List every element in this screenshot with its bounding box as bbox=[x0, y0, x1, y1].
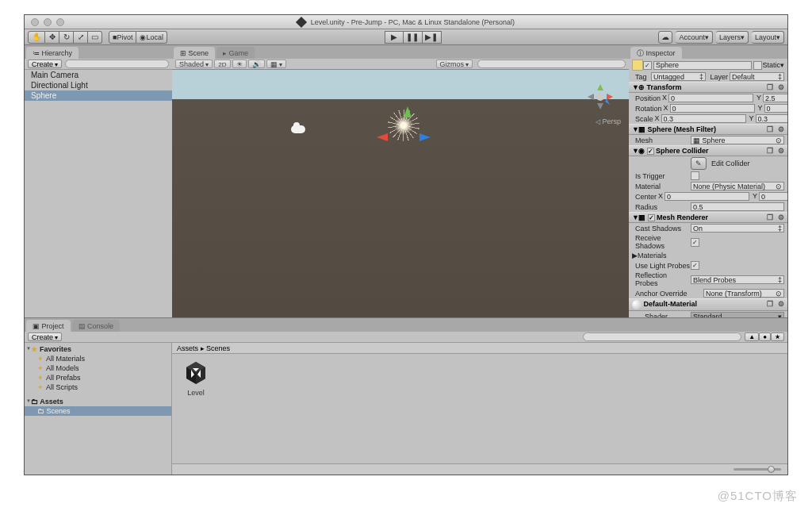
renderer-header[interactable]: ▼▦ ✓ Mesh Renderer❐⚙ bbox=[629, 212, 787, 223]
gameobject-active-checkbox[interactable]: ✓ bbox=[643, 61, 652, 70]
svg-text:x: x bbox=[612, 92, 615, 100]
pivot-button[interactable]: ■ Pivot bbox=[109, 31, 136, 44]
help-icon[interactable]: ❐ bbox=[767, 213, 773, 221]
edit-collider-button[interactable]: ✎ bbox=[691, 157, 707, 170]
tree-item-selected[interactable]: 🗀 Scenes bbox=[25, 406, 171, 416]
assets-grid[interactable]: Level bbox=[172, 354, 787, 463]
gear-icon[interactable]: ⚙ bbox=[778, 300, 784, 308]
tree-item[interactable]: ✦All Prefabs bbox=[25, 373, 171, 382]
hierarchy-item-selected[interactable]: Sphere bbox=[25, 90, 172, 101]
collider-enable-checkbox[interactable]: ✓ bbox=[647, 148, 654, 155]
rotate-icon: ↻ bbox=[63, 33, 70, 41]
cloud-button[interactable]: ☁ bbox=[658, 31, 672, 44]
rotate-tool-button[interactable]: ↻ bbox=[59, 31, 74, 44]
tab-inspector[interactable]: ⓘ Inspector bbox=[630, 47, 682, 59]
mode-2d-button[interactable]: 2D bbox=[214, 60, 230, 68]
tab-scene[interactable]: ⊞ Scene bbox=[174, 47, 215, 59]
scene-search-input[interactable] bbox=[477, 60, 626, 68]
pause-icon: ❚❚ bbox=[406, 33, 419, 41]
gear-icon[interactable]: ⚙ bbox=[778, 83, 784, 91]
materials-foldout[interactable]: Materials bbox=[638, 252, 667, 259]
gear-icon[interactable]: ⚙ bbox=[778, 213, 784, 221]
svg-point-0 bbox=[596, 93, 604, 101]
pos-x-input[interactable] bbox=[668, 94, 753, 102]
filter-button-2[interactable]: ● bbox=[759, 332, 771, 341]
help-icon[interactable]: ❐ bbox=[767, 147, 773, 155]
hierarchy-create-button[interactable]: Create ▾ bbox=[28, 60, 62, 68]
transform-header[interactable]: ▼⊕ Transform❐⚙ bbox=[629, 82, 787, 93]
layers-dropdown[interactable]: Layers ▾ bbox=[716, 31, 749, 44]
help-icon[interactable]: ❐ bbox=[767, 125, 773, 133]
layer-dropdown[interactable]: Default ‡ bbox=[730, 72, 784, 81]
is-trigger-checkbox[interactable] bbox=[691, 171, 699, 180]
hierarchy-item[interactable]: Directional Light bbox=[25, 80, 172, 90]
reflection-dropdown[interactable]: Blend Probes‡ bbox=[691, 275, 784, 284]
physic-material-field[interactable]: None (Physic Material)⊙ bbox=[691, 182, 784, 190]
projection-label[interactable]: ◁ Persp bbox=[596, 117, 621, 125]
orientation-gizmo[interactable]: x bbox=[586, 83, 615, 111]
static-checkbox[interactable] bbox=[753, 61, 762, 70]
gizmos-dropdown[interactable]: Gizmos ▾ bbox=[436, 60, 473, 68]
scene-audio-button[interactable]: 🔊 bbox=[248, 60, 265, 68]
tab-game[interactable]: ▸ Game bbox=[216, 47, 255, 59]
gear-icon[interactable]: ⚙ bbox=[778, 147, 784, 155]
help-icon[interactable]: ❐ bbox=[767, 300, 773, 308]
center-x-input[interactable] bbox=[665, 192, 749, 201]
radius-input[interactable] bbox=[691, 202, 784, 211]
hierarchy-item[interactable]: Main Camera bbox=[25, 70, 172, 80]
tag-dropdown[interactable]: Untagged ‡ bbox=[651, 72, 706, 81]
scene-fx-button[interactable]: ▦ ▾ bbox=[266, 60, 286, 68]
shading-mode-dropdown[interactable]: Shaded ▾ bbox=[175, 60, 213, 68]
tree-item[interactable]: ✦All Materials bbox=[25, 354, 171, 363]
pause-button[interactable]: ❚❚ bbox=[404, 31, 423, 44]
project-create-button[interactable]: Create ▾ bbox=[28, 332, 62, 341]
hierarchy-search-input[interactable] bbox=[65, 60, 169, 68]
scale-tool-button[interactable]: ⤢ bbox=[74, 31, 88, 44]
account-dropdown[interactable]: Account ▾ bbox=[676, 31, 713, 44]
tab-console[interactable]: ▤ Console bbox=[72, 320, 121, 332]
pos-y-input[interactable] bbox=[763, 94, 787, 102]
scl-x-input[interactable] bbox=[661, 114, 746, 123]
receive-shadows-checkbox[interactable]: ✓ bbox=[691, 238, 699, 247]
rect-tool-button[interactable]: ▭ bbox=[88, 31, 102, 44]
favorites-header[interactable]: ★Favorites bbox=[25, 344, 171, 354]
main-toolbar: ✋ ✥ ↻ ⤢ ▭ ■ Pivot ◉ Local ▶ ❚❚ ▶❚ ☁ Acco… bbox=[25, 29, 787, 45]
collider-header[interactable]: ▼◉ ✓ Sphere Collider❐⚙ bbox=[629, 145, 787, 156]
cast-shadows-dropdown[interactable]: On‡ bbox=[691, 224, 784, 233]
tree-item[interactable]: ✦All Models bbox=[25, 363, 171, 373]
step-button[interactable]: ▶❚ bbox=[423, 31, 442, 44]
material-header[interactable]: Default-Material❐⚙ bbox=[629, 298, 787, 311]
tab-project[interactable]: ▣ Project bbox=[26, 320, 71, 332]
tab-hierarchy[interactable]: ≔ Hierarchy bbox=[26, 47, 79, 59]
rot-y-input[interactable] bbox=[764, 104, 787, 113]
assets-header[interactable]: 🗀 Assets bbox=[25, 397, 171, 406]
filter-button-1[interactable]: ▲ bbox=[745, 332, 759, 341]
local-button[interactable]: ◉ Local bbox=[136, 31, 167, 44]
move-tool-button[interactable]: ✥ bbox=[45, 31, 59, 44]
play-button[interactable]: ▶ bbox=[385, 31, 404, 44]
scene-viewport[interactable]: ◁ Persp x bbox=[172, 70, 629, 317]
transform-tools: ✋ ✥ ↻ ⤢ ▭ bbox=[28, 31, 102, 44]
hand-tool-button[interactable]: ✋ bbox=[28, 31, 45, 44]
project-footer bbox=[172, 463, 787, 475]
help-icon[interactable]: ❐ bbox=[767, 83, 773, 91]
scl-y-input[interactable] bbox=[756, 114, 787, 123]
scene-lighting-button[interactable]: ☀ bbox=[232, 60, 247, 68]
renderer-enable-checkbox[interactable]: ✓ bbox=[648, 214, 655, 221]
tree-item[interactable]: ✦All Scripts bbox=[25, 382, 171, 392]
scene-asset[interactable]: Level bbox=[178, 360, 213, 397]
light-probes-checkbox[interactable]: ✓ bbox=[691, 261, 699, 270]
thumbnail-size-slider[interactable] bbox=[733, 468, 781, 471]
gameobject-name-input[interactable] bbox=[653, 61, 752, 70]
rot-x-input[interactable] bbox=[670, 104, 755, 113]
filter-button-3[interactable]: ★ bbox=[771, 332, 784, 341]
shader-dropdown[interactable]: Standard▾ bbox=[691, 312, 784, 317]
anchor-field[interactable]: None (Transform)⊙ bbox=[703, 289, 784, 298]
mesh-field[interactable]: ▦ Sphere⊙ bbox=[691, 136, 784, 144]
gear-icon[interactable]: ⚙ bbox=[778, 125, 784, 133]
center-y-input[interactable] bbox=[759, 192, 787, 201]
layout-dropdown[interactable]: Layout ▾ bbox=[752, 31, 784, 44]
breadcrumb[interactable]: Assets ▸ Scenes bbox=[172, 343, 787, 354]
mesh-filter-header[interactable]: ▼▦ Sphere (Mesh Filter)❐⚙ bbox=[629, 124, 787, 135]
project-search-input[interactable] bbox=[583, 332, 741, 341]
